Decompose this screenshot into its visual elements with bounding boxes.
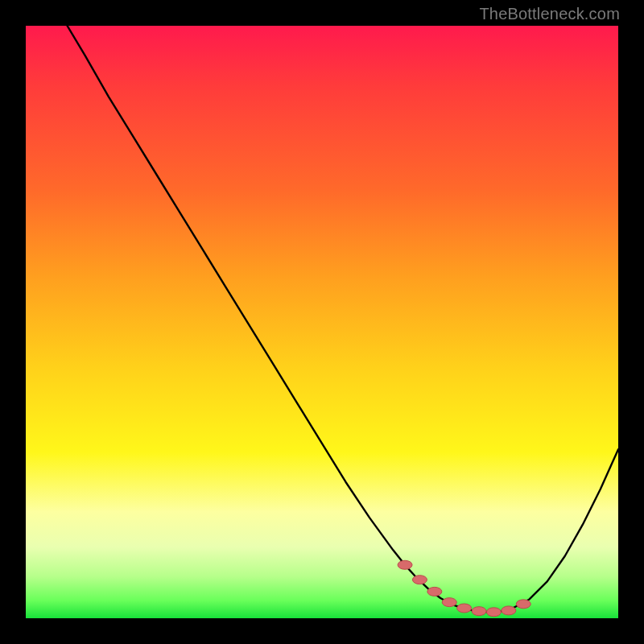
valley-marker [516,600,530,609]
watermark-label: TheBottleneck.com [479,5,620,23]
plot-area [26,26,618,618]
chart-canvas: TheBottleneck.com [0,0,644,644]
valley-marker [472,607,486,616]
valley-marker [502,606,516,615]
line-series-curve [68,26,618,612]
valley-marker [427,587,442,596]
chart-svg [26,26,618,618]
valley-marker [442,598,456,607]
valley-marker [412,576,427,584]
valley-marker [486,608,501,617]
valley-marker [457,604,472,613]
marker-group [398,560,530,617]
valley-marker [398,560,412,569]
